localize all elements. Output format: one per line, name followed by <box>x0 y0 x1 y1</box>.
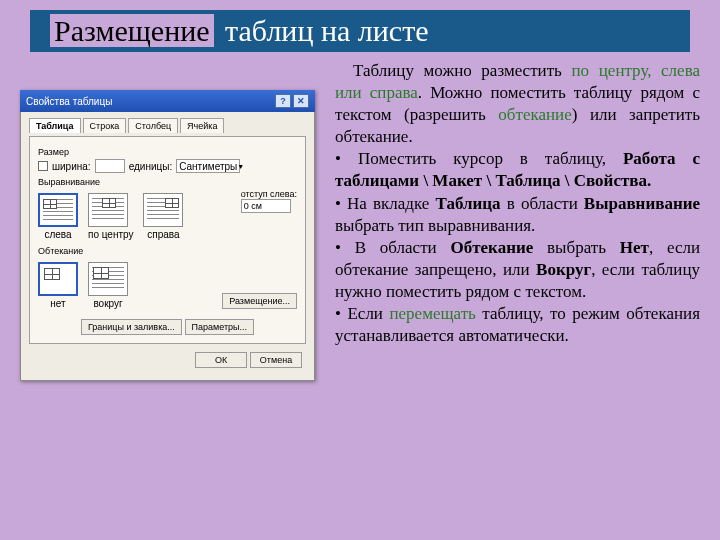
size-group-label: Размер <box>38 147 297 157</box>
t: Таблица <box>436 194 501 213</box>
t: выбрать <box>533 238 619 257</box>
t: • Если <box>335 304 389 323</box>
width-input[interactable] <box>95 159 125 173</box>
align-center-label: по центру <box>88 229 133 240</box>
t: • Поместить курсор в таблицу, <box>335 149 623 168</box>
indent-value: 0 см <box>244 201 262 211</box>
t: выбрать тип выравнивания. <box>335 216 535 235</box>
t: • На вкладке <box>335 194 436 213</box>
align-center[interactable] <box>88 193 128 227</box>
t: перемещать <box>389 304 475 323</box>
width-checkbox[interactable] <box>38 161 48 171</box>
tab-column[interactable]: Столбец <box>128 118 178 133</box>
align-group-label: Выравнивание <box>38 177 297 187</box>
table-properties-dialog: Свойства таблицы ? ✕ Таблица Строка Стол… <box>20 90 315 381</box>
tab-row[interactable]: Строка <box>83 118 127 133</box>
units-value: Сантиметры <box>179 161 237 172</box>
help-icon[interactable]: ? <box>275 94 291 108</box>
t: обтекание <box>498 105 571 124</box>
wrap-none-label: нет <box>38 298 78 309</box>
borders-button[interactable]: Границы и заливка... <box>81 319 182 335</box>
align-left[interactable] <box>38 193 78 227</box>
wrap-around-label: вокруг <box>88 298 128 309</box>
align-left-label: слева <box>38 229 78 240</box>
wrap-none[interactable] <box>38 262 78 296</box>
align-right-label: справа <box>143 229 183 240</box>
title-pre: Размещение <box>50 14 214 47</box>
dialog-title-text: Свойства таблицы <box>26 96 112 107</box>
ok-button[interactable]: ОК <box>195 352 247 368</box>
dialog-titlebar: Свойства таблицы ? ✕ <box>20 90 315 112</box>
wrap-around[interactable] <box>88 262 128 296</box>
t: Нет <box>620 238 649 257</box>
title-post: таблиц на листе <box>221 14 433 47</box>
t: Таблицу можно разместить <box>353 61 572 80</box>
body-text: Таблицу можно разместить по центру, слев… <box>320 60 700 381</box>
t: Выравнивание <box>584 194 700 213</box>
indent-label: отступ слева: <box>241 189 297 199</box>
tab-table[interactable]: Таблица <box>29 118 81 133</box>
close-icon[interactable]: ✕ <box>293 94 309 108</box>
cancel-button[interactable]: Отмена <box>250 352 302 368</box>
slide-title: Размещение таблиц на листе <box>30 10 690 52</box>
tab-cell[interactable]: Ячейка <box>180 118 224 133</box>
wrap-group-label: Обтекание <box>38 246 297 256</box>
width-label: ширина: <box>52 161 91 172</box>
chevron-down-icon: ▼ <box>237 163 244 170</box>
t: • В области <box>335 238 450 257</box>
indent-input[interactable]: 0 см <box>241 199 291 213</box>
units-label: единицы: <box>129 161 173 172</box>
t: в области <box>501 194 584 213</box>
t: Обтекание <box>450 238 533 257</box>
units-select[interactable]: Сантиметры ▼ <box>176 159 240 173</box>
params-button[interactable]: Параметры... <box>185 319 254 335</box>
position-button[interactable]: Размещение... <box>222 293 297 309</box>
align-right[interactable] <box>143 193 183 227</box>
t: Вокруг <box>536 260 591 279</box>
